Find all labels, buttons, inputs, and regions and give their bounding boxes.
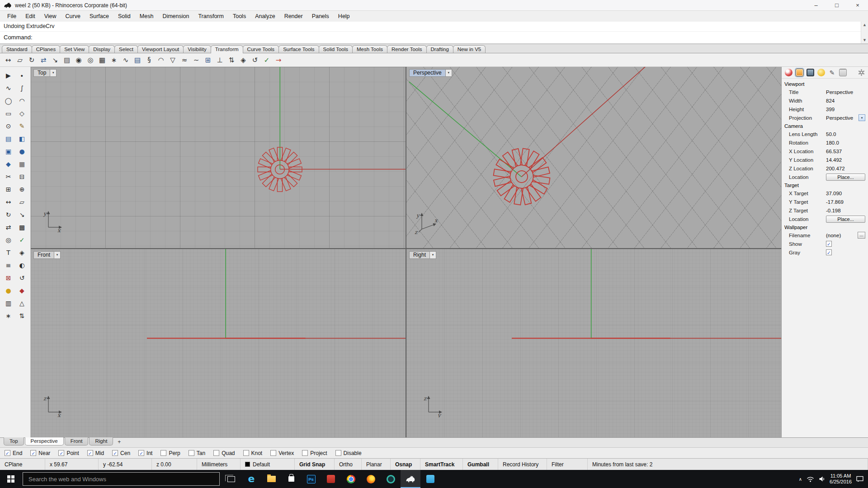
viewport-menu-arrow-icon[interactable]: ▾ [54,252,60,258]
array-along-curve-icon[interactable]: ∿ [120,55,131,66]
taskbar-chrome-icon[interactable] [341,470,361,488]
pull-icon[interactable]: ⇅ [226,55,237,66]
viewport-tab-right[interactable]: Right [89,437,113,446]
gray-checkbox[interactable]: ✓ [826,249,832,255]
osnap-tan[interactable]: Tan [189,450,205,456]
toolbar-tab-curve-tools[interactable]: Curve Tools [243,45,279,53]
panel-value-text[interactable]: 66.537 [826,149,842,154]
taskbar-app-teal-icon[interactable] [381,470,401,488]
curve-tool-icon[interactable]: ∿ [2,82,15,94]
osnap-disable-checkbox[interactable] [335,450,341,456]
viewport-top[interactable]: Top ▾ y x [31,67,406,248]
osnap-tan-checkbox[interactable] [189,450,194,456]
status-gumball[interactable]: Gumball [463,459,498,470]
toolbar-tab-transform[interactable]: Transform [211,45,243,53]
taskbar-firefox-icon[interactable] [361,470,381,488]
osnap-point-checkbox[interactable]: ✓ [58,450,64,456]
polar-array-icon[interactable]: ∗ [108,55,119,66]
panel-value-text[interactable]: 824 [826,98,835,103]
toolbar-tab-visibility[interactable]: Visibility [183,45,211,53]
copy-tool-icon[interactable]: ▱ [16,196,28,208]
osnap-knot-checkbox[interactable] [243,450,249,456]
osnap-mid-checkbox[interactable]: ✓ [87,450,93,456]
browse-button[interactable]: ... [858,232,865,239]
trim-tool-icon[interactable]: ✂ [2,171,15,183]
taskbar-search-input[interactable] [23,476,219,483]
viewport-menu-arrow-icon[interactable]: ▾ [50,70,56,76]
panel-value-text[interactable]: 50.0 [826,131,836,137]
record-tool-icon[interactable]: ◆ [16,285,28,296]
close-button[interactable]: × [847,0,868,10]
mesh-triangle-icon[interactable]: △ [16,297,28,309]
viewport-tab-front[interactable]: Front [65,437,89,446]
menu-view[interactable]: View [40,12,61,21]
status-x-59-67[interactable]: x 59.67 [45,459,99,470]
display-tab-icon[interactable] [807,69,814,76]
osnap-mid[interactable]: ✓Mid [87,450,104,456]
menu-tools[interactable]: Tools [228,12,250,21]
status-z-0-00[interactable]: z 0.00 [152,459,197,470]
taskbar-clock[interactable]: 11:05 AM 6/25/2016 [830,473,852,485]
status-planar[interactable]: Planar [362,459,391,470]
export-icon[interactable]: → [273,55,284,66]
toolbar-tab-solid-tools[interactable]: Solid Tools [319,45,353,53]
scale-icon[interactable]: ↘ [50,55,61,66]
ellipse-tool-icon[interactable]: ⊙ [2,120,15,132]
orient-on-surface-icon[interactable]: ◎ [85,55,96,66]
show-checkbox[interactable]: ✓ [826,241,832,247]
toolbar-tab-new-in-v5[interactable]: New in V5 [453,45,486,53]
command-scrollbar[interactable]: ▲ ▼ [861,22,868,43]
menu-mesh[interactable]: Mesh [135,12,158,21]
notes-tab-icon[interactable]: ✎ [828,69,836,76]
status-millimeters[interactable]: Millimeters [197,459,241,470]
toolbar-tab-render-tools[interactable]: Render Tools [387,45,427,53]
status-ortho[interactable]: Ortho [335,459,362,470]
delete-tool-icon[interactable]: ⊠ [2,272,15,284]
lights-tab-icon[interactable] [817,69,825,76]
archive-tab-icon[interactable] [839,69,847,76]
point-tool-icon[interactable]: ∙ [16,70,28,81]
record-history-icon[interactable]: ✓ [261,55,272,66]
dimension-tool-icon[interactable]: ◈ [16,247,28,258]
panel-value-text[interactable]: -0.198 [826,208,841,213]
status-smarttrack[interactable]: SmartTrack [420,459,463,470]
undo-tool-icon[interactable]: ↺ [16,272,28,284]
osnap-disable[interactable]: Disable [335,450,362,456]
taskbar-edge-icon[interactable]: e [241,470,261,488]
cplane-tool-icon[interactable]: ◎ [2,234,15,246]
maximize-button[interactable]: □ [826,0,847,10]
panel-value-text[interactable]: (none) [826,233,841,238]
smooth-icon[interactable]: ∼ [191,55,202,66]
viewport-title-label[interactable]: Perspective [410,70,445,76]
sketch-tool-icon[interactable]: ✎ [16,120,28,132]
light-tool-icon[interactable]: ● [2,285,15,296]
render-tool-icon[interactable]: ∗ [2,310,15,322]
viewport-tab-perspective[interactable]: Perspective [25,437,64,446]
split-tool-icon[interactable]: ⊟ [16,171,28,183]
boolean-union-icon[interactable]: ⊕ [16,183,28,195]
osnap-perp[interactable]: Perp [160,450,180,456]
minimize-button[interactable]: – [806,0,826,10]
osnap-near[interactable]: ✓Near [30,450,50,456]
status-cplane[interactable]: CPlane [0,459,45,470]
status-osnap[interactable]: Osnap [391,459,420,470]
surface-tool-icon[interactable]: ▤ [2,133,15,145]
splop-icon[interactable]: ◈ [238,55,249,66]
osnap-perp-checkbox[interactable] [160,450,166,456]
menu-analyze[interactable]: Analyze [250,12,279,21]
status-y-62-54[interactable]: y -62.54 [99,459,152,470]
place-button[interactable]: Place... [826,174,865,181]
panel-value-text[interactable]: Perspective [826,89,853,95]
text-tool-icon[interactable]: T [2,247,15,258]
bend-icon[interactable]: ◠ [156,55,166,66]
menu-curve[interactable]: Curve [61,12,85,21]
menu-transform[interactable]: Transform [193,12,228,21]
toolbar-tab-select[interactable]: Select [114,45,138,53]
status-default[interactable]: Default [241,459,295,470]
toolbar-tab-surface-tools[interactable]: Surface Tools [278,45,319,53]
toolbar-tab-set-view[interactable]: Set View [60,45,89,53]
scroll-down-icon[interactable]: ▼ [863,38,866,42]
array-tool-icon[interactable]: ▩ [16,221,28,233]
panel-value-text[interactable]: 399 [826,107,835,112]
viewport-front[interactable]: Front ▾ z x [31,249,406,437]
